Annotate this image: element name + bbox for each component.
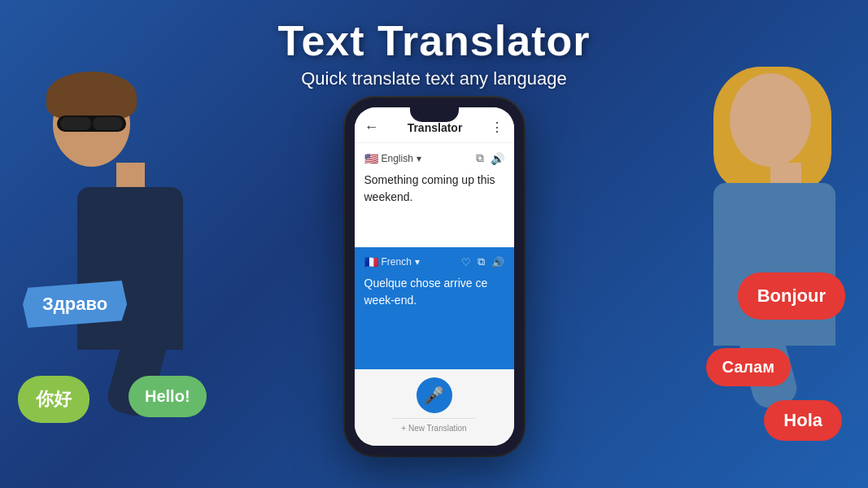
translation-copy-icon[interactable]: ⧉ — [478, 255, 485, 268]
subtitle: Quick translate text any language — [0, 68, 868, 89]
bubble-hola: Hola — [764, 400, 842, 441]
bubble-hello: Hello! — [129, 376, 207, 417]
sunglasses — [57, 115, 126, 132]
bottom-section: 🎤 + New Translation — [355, 369, 514, 446]
source-lang-row: 🇺🇸 English ▾ ⧉ 🔊 — [364, 151, 504, 165]
main-title: Text Translator — [0, 16, 868, 65]
bubble-bonjour: Bonjour — [738, 272, 845, 320]
translation-chevron: ▾ — [415, 256, 420, 268]
bubble-hola-text: Hola — [783, 410, 822, 431]
mic-icon: 🎤 — [424, 386, 444, 405]
copy-icon[interactable]: ⧉ — [476, 151, 484, 165]
translation-actions: ♡ ⧉ 🔊 — [461, 255, 504, 268]
source-text: Something coming up this weekend. — [364, 172, 504, 206]
source-flag: 🇺🇸 — [364, 152, 378, 165]
body-right — [713, 183, 835, 346]
bubble-nihao: 你好 — [18, 376, 89, 423]
bubble-salam-text: Салам — [722, 358, 774, 377]
translation-section: 🇫🇷 French ▾ ♡ ⧉ 🔊 Quelque chose arrive c… — [355, 247, 514, 369]
bubble-nihao-text: 你好 — [36, 387, 72, 412]
bubble-hello-text: Hello! — [145, 387, 190, 406]
phone-notch — [410, 107, 459, 122]
more-button[interactable]: ⋮ — [491, 120, 504, 135]
app-screen-title: Translator — [408, 121, 463, 134]
bubble-salam: Салам — [706, 348, 791, 386]
mic-button[interactable]: 🎤 — [417, 377, 452, 413]
header: Text Translator Quick translate text any… — [0, 16, 868, 89]
glasses-lens-left — [60, 117, 91, 130]
glasses-lens-right — [93, 117, 124, 130]
phone-container: ← Translator ⋮ 🇺🇸 English ▾ ⧉ — [345, 98, 524, 455]
source-lang-label[interactable]: 🇺🇸 English ▾ — [364, 152, 421, 165]
new-translation-label: + New Translation — [401, 424, 466, 433]
source-language-name: English — [382, 153, 413, 164]
translation-speaker-icon[interactable]: 🔊 — [491, 256, 504, 268]
translation-lang-label[interactable]: 🇫🇷 French ▾ — [364, 255, 420, 268]
body-left — [77, 187, 183, 350]
source-section: 🇺🇸 English ▾ ⧉ 🔊 Something coming up thi… — [355, 143, 514, 247]
background: Text Translator Quick translate text any… — [0, 0, 868, 488]
phone-screen: ← Translator ⋮ 🇺🇸 English ▾ ⧉ — [355, 107, 514, 446]
translation-text: Quelque chose arrive ce week-end. — [364, 275, 504, 309]
bubble-zdravo: Здраво — [23, 281, 127, 328]
source-chevron: ▾ — [417, 153, 421, 164]
neck-left — [116, 163, 145, 187]
new-translation-bar[interactable]: + New Translation — [393, 418, 474, 438]
translation-flag: 🇫🇷 — [364, 255, 378, 268]
source-actions: ⧉ 🔊 — [476, 151, 504, 165]
back-button[interactable]: ← — [364, 119, 379, 136]
speaker-icon[interactable]: 🔊 — [491, 152, 504, 165]
phone-mockup: ← Translator ⋮ 🇺🇸 English ▾ ⧉ — [345, 98, 524, 455]
bubble-bonjour-text: Bonjour — [757, 285, 826, 307]
translation-lang-row: 🇫🇷 French ▾ ♡ ⧉ 🔊 — [364, 255, 504, 268]
bubble-zdravo-text: Здраво — [42, 294, 107, 315]
heart-icon[interactable]: ♡ — [461, 256, 471, 268]
translation-language-name: French — [382, 256, 412, 268]
head-left — [53, 81, 130, 167]
